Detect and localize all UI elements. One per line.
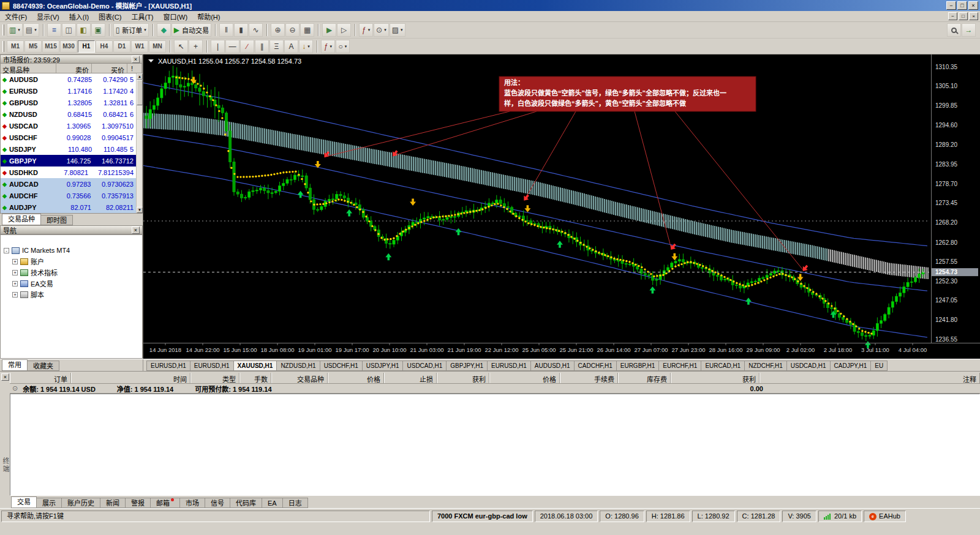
navigator-item-accounts[interactable]: +账户 [1, 256, 142, 267]
chart-tab[interactable]: USDJPY,H1 [362, 361, 404, 371]
market-watch-scrollbar[interactable]: ▲ ▼ [136, 73, 142, 213]
chart-tab[interactable]: NZDCHF,H1 [744, 361, 787, 371]
horizontal-line-button[interactable]: — [225, 40, 239, 53]
market-watch-button[interactable]: ≡ [47, 23, 61, 37]
navigator-item-experts[interactable]: +EA交易 [1, 278, 142, 289]
trendline-button[interactable]: ∕ [240, 40, 254, 53]
terminal-tab-EA[interactable]: EA [262, 498, 283, 508]
terminal-tab-信号[interactable]: 信号 [205, 498, 230, 508]
fibonacci-button[interactable]: Ξ [270, 40, 284, 53]
zoom-in-button[interactable]: ⊕ [271, 23, 285, 37]
timeframe-m15[interactable]: M15 [42, 40, 59, 53]
zoom-out-button[interactable]: ⊖ [285, 23, 300, 37]
orders-col-1[interactable]: 时间 [71, 373, 190, 383]
chart-shift-button[interactable]: ▷ [337, 23, 351, 37]
market-watch-row[interactable]: ◆AUDUSD0.742850.742905 [1, 73, 142, 85]
navigator-item-scripts[interactable]: +脚本 [1, 289, 142, 300]
market-watch-row[interactable]: ◆EURUSD1.174161.174204 [1, 85, 142, 97]
orders-col-7[interactable]: 获利 [437, 373, 489, 383]
templates-button[interactable]: ▨▾ [390, 23, 405, 37]
orders-col-5[interactable]: 价格 [328, 373, 384, 383]
market-watch-tab-交易品种[interactable]: 交易品种 [2, 214, 41, 225]
terminal-tab-警报[interactable]: 警报 [125, 498, 151, 508]
chart-tab[interactable]: XAUUSD,H1 [233, 361, 277, 371]
chart-window[interactable]: 用法：蓝色波段只做黄色“空箭头”信号，绿色“多箭头”全部忽略不做；反过来也一样，… [143, 54, 980, 359]
chart-tab[interactable]: GBPJPY,H1 [446, 361, 488, 371]
chart-tab[interactable]: USDCAD,H1 [786, 361, 831, 371]
crosshair-button[interactable]: + [189, 40, 203, 53]
chart-tab[interactable]: AUDUSD,H1 [530, 361, 575, 371]
orders-col-3[interactable]: 手数 [239, 373, 271, 383]
market-watch-row[interactable]: ◆NZDUSD0.684150.684216 [1, 108, 142, 120]
add-indicator-button[interactable]: ƒ▾ [321, 40, 335, 53]
object-list-button[interactable]: ○▾ [336, 40, 350, 53]
cursor-button[interactable]: ↖ [174, 40, 188, 53]
close-icon[interactable]: × [132, 226, 140, 234]
timeframe-m5[interactable]: M5 [24, 40, 42, 53]
expand-icon[interactable]: + [12, 292, 18, 297]
market-watch-row[interactable]: ◆USDHKD7.808217.81215394 [1, 166, 142, 178]
terminal-tab-交易[interactable]: 交易 [11, 496, 37, 508]
terminal-tab-日志[interactable]: 日志 [282, 498, 308, 508]
chart-tab[interactable]: EURGBP,H1 [616, 361, 660, 371]
chart-tab[interactable]: CADCHF,H1 [574, 361, 617, 371]
menu-item-6[interactable]: 帮助(H) [192, 10, 225, 23]
chart-minimize-button[interactable]: − [948, 12, 957, 20]
candle-chart-mode-button[interactable]: ▮ [234, 23, 248, 37]
equidistant-channel-button[interactable]: ∥ [255, 40, 269, 53]
menu-item-2[interactable]: 插入(I) [64, 10, 94, 23]
orders-col-2[interactable]: 类型 [190, 373, 239, 383]
orders-col-9[interactable]: 手续费 [560, 373, 618, 383]
orders-col-12[interactable]: 注释 [760, 373, 980, 383]
timeframe-m30[interactable]: M30 [60, 40, 77, 53]
market-watch-tab-即时图[interactable]: 即时图 [40, 215, 73, 225]
new-chart-button[interactable]: ▥▾ [7, 23, 23, 37]
status-feed[interactable]: 7000 FXCM eur-gbp-cad low [432, 511, 533, 522]
arrow-objects-button[interactable]: ↓▾ [299, 40, 313, 53]
terminal-tab-市场[interactable]: 市场 [179, 498, 205, 508]
bar-chart-mode-button[interactable]: ‖ [219, 23, 233, 37]
terminal-tab-代码库[interactable]: 代码库 [230, 498, 262, 508]
data-window-button[interactable]: ◫ [62, 23, 76, 37]
navigator-tab-常用[interactable]: 常用 [2, 359, 28, 371]
periods-button[interactable]: ⊙▾ [374, 23, 389, 37]
market-watch-row[interactable]: ◆USDJPY110.480110.4855 [1, 143, 142, 155]
market-watch-row[interactable]: ◆USDCHF0.990280.9904517 [1, 132, 142, 143]
chart-tab[interactable]: NZDUSD,H1 [276, 361, 320, 371]
indicators-button[interactable]: ƒ▾ [359, 23, 373, 37]
orders-col-8[interactable]: 价格 [489, 373, 560, 383]
menu-item-5[interactable]: 窗口(W) [158, 10, 192, 23]
line-chart-mode-button[interactable]: ∿ [249, 23, 263, 37]
market-watch-col-1[interactable]: 卖价 [56, 64, 92, 73]
menu-item-0[interactable]: 文件(F) [0, 10, 32, 23]
chart-tab[interactable]: EU [870, 361, 888, 371]
timeframe-h4[interactable]: H4 [96, 40, 113, 53]
market-watch-col-3[interactable]: ! [127, 64, 142, 73]
market-watch-row[interactable]: ◆AUDCHF0.735660.7357913 [1, 190, 142, 201]
expand-icon[interactable]: + [12, 259, 18, 264]
navigator-button[interactable]: ◧ [77, 23, 91, 37]
vertical-line-button[interactable]: | [211, 40, 225, 53]
menu-item-4[interactable]: 工具(T) [126, 10, 158, 23]
orders-col-6[interactable]: 止损 [384, 373, 437, 383]
navigator-root[interactable]: -IC Markets MT4 [1, 245, 142, 256]
timeframe-w1[interactable]: W1 [131, 40, 148, 53]
chart-tab[interactable]: EURUSD,H1 [487, 361, 531, 371]
scroll-up-icon[interactable]: ▲ [137, 73, 143, 80]
market-watch-col-2[interactable]: 买价 [92, 64, 127, 73]
market-watch-row[interactable]: ◆AUDJPY82.07182.08211 [1, 201, 142, 213]
terminal-tab-账户历史[interactable]: 账户历史 [61, 498, 100, 508]
market-watch-row[interactable]: ◆GBPJPY146.725146.73712 [1, 155, 142, 166]
profiles-button[interactable]: ▤▾ [23, 23, 39, 37]
forward-button[interactable]: → [962, 23, 976, 37]
terminal-tab-邮箱[interactable]: 邮箱 [150, 498, 180, 508]
minimize-button[interactable]: − [946, 1, 956, 10]
chart-tab[interactable]: CADJPY,H1 [830, 361, 872, 371]
search-button[interactable] [947, 23, 961, 37]
scroll-thumb[interactable] [137, 80, 143, 105]
menu-item-1[interactable]: 显示(V) [32, 10, 64, 23]
orders-col-10[interactable]: 库存费 [618, 373, 671, 383]
orders-col-11[interactable]: 获利 [671, 373, 760, 383]
chart-tab[interactable]: USDCAD,H1 [402, 361, 447, 371]
navigator-item-indicators[interactable]: +技术指标 [1, 267, 142, 278]
